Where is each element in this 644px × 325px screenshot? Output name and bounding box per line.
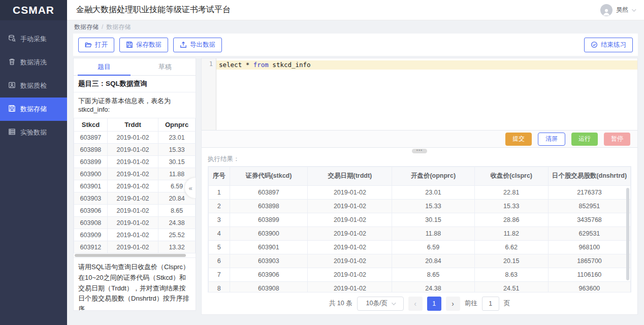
sidebar-item-data-clean[interactable]: 数据清洗 (0, 51, 67, 74)
goto-page-input[interactable] (482, 297, 499, 311)
table-cell: 11.82 (474, 226, 548, 240)
current-page-button[interactable]: 1 (427, 297, 441, 311)
table-cell: 603901 (74, 180, 108, 192)
table-cell: 603912 (74, 241, 108, 253)
prev-page-button[interactable]: ‹ (408, 297, 423, 311)
export-data-button[interactable]: 导出数据 (173, 38, 222, 52)
table-cell: 24.38 (392, 281, 474, 292)
table-cell: 24.51 (474, 281, 548, 292)
check-circle-icon (591, 41, 598, 48)
page-size-select[interactable]: 10条/页 (357, 297, 404, 311)
vertical-scrollbar-thumb[interactable] (626, 188, 629, 280)
column-header: 日个股交易股数(dnshrtrd) (548, 167, 630, 185)
save-icon (126, 41, 133, 48)
sidebar-item-manual-collect[interactable]: 手动采集 (0, 27, 67, 51)
sidebar-item-data-storage[interactable]: 数据存储 (0, 98, 67, 121)
breadcrumb-item[interactable]: 数据存储 (74, 23, 99, 31)
chevron-down-icon (392, 301, 396, 305)
table-row: 6039012019-01-026.59 (74, 180, 196, 192)
table-cell: 15.33 (474, 199, 548, 213)
table-cell: 2019-01-02 (308, 213, 392, 226)
table-cell: 24.38 (158, 217, 196, 229)
table-cell: 11.88 (158, 168, 196, 180)
table-cell: 2176373 (548, 185, 630, 199)
table-cell: 603903 (230, 254, 308, 268)
table-cell: 603898 (74, 144, 108, 156)
editor-code-area[interactable]: select * from stkcd_info (216, 58, 637, 130)
finish-practice-label: 结束练习 (601, 41, 626, 49)
open-button[interactable]: 打开 (78, 38, 114, 52)
pause-button[interactable]: 暂停 (604, 133, 630, 146)
export-data-button-label: 导出数据 (190, 41, 215, 49)
table-cell: 603909 (74, 229, 108, 241)
sidebar-item-label: 实验数据 (20, 128, 47, 137)
user-name: 昊然 (616, 6, 628, 14)
table-row: 66039032019-01-0220.8420.151865700 (209, 254, 631, 268)
column-header: 证券代码(stkcd) (230, 167, 308, 185)
breadcrumb: 数据存储 / 数据存储 (67, 20, 644, 34)
table-cell: 4 (209, 226, 230, 240)
table-row: 86039082019-01-0224.3824.51963600 (209, 281, 631, 292)
page-size-value: 10条/页 (366, 299, 388, 308)
sql-editor[interactable]: 1 select * from stkcd_info (202, 58, 637, 130)
table-cell: 603899 (230, 213, 308, 226)
column-header: 序号 (209, 167, 230, 185)
main-area: 金融大数据处理职业技能等级证书考试平台 昊然 数据存储 / 数据存储 打开 保存… (67, 0, 644, 325)
table-cell: 603906 (230, 268, 308, 281)
sidebar: CSMAR 手动采集 数据清洗 数据质检 数据存储 实验数据 (0, 0, 67, 325)
table-cell: 2019-01-02 (308, 281, 392, 292)
table-cell: 23.01 (158, 132, 196, 144)
trash-icon (8, 58, 16, 67)
drag-handle[interactable]: ••• (412, 149, 427, 153)
table-cell: 23.01 (392, 185, 474, 199)
table-cell: 28.86 (474, 213, 548, 226)
question-title: 题目三：SQL数据查询 (74, 76, 196, 92)
tab-draft[interactable]: 草稿 (135, 58, 196, 75)
sidebar-item-label: 手动采集 (20, 35, 47, 44)
table-cell: 2019-01-02 (107, 180, 158, 192)
table-row: 76039062019-01-028.658.631106160 (209, 268, 631, 281)
scrollbar-thumb[interactable] (75, 254, 186, 257)
table-cell: 603897 (74, 132, 108, 144)
table-row: 6039082019-01-0224.38 (74, 217, 196, 229)
table-cell: 6 (209, 254, 230, 268)
table-cell: 1865700 (548, 254, 630, 268)
active-code-line[interactable]: select * from stkcd_info (216, 60, 637, 70)
tab-question[interactable]: 题目 (74, 58, 135, 75)
table-cell: 2019-01-02 (308, 226, 392, 240)
table-cell: 8 (209, 281, 230, 292)
table-row: 6039062019-01-028.65 (74, 205, 196, 217)
question-table: StkcdTrddtOpnprc 6038972019-01-0223.0160… (74, 118, 196, 253)
table-cell: 2019-01-02 (308, 254, 392, 268)
run-button[interactable]: 运行 (571, 133, 598, 146)
goto-suffix: 页 (504, 299, 510, 308)
instructions-text: 请用SQL语句查询日收盘价（Clsprc）在10~20之间的证券代码（Stkcd… (78, 262, 191, 311)
table-cell: 603899 (74, 156, 108, 168)
chevron-down-icon (632, 7, 636, 11)
save-data-button[interactable]: 保存数据 (119, 38, 168, 52)
table-cell: 629531 (548, 226, 630, 240)
table-cell: 5 (209, 240, 230, 254)
folder-open-icon (85, 41, 92, 48)
table-row: 46039002019-01-0211.8811.82629531 (209, 226, 631, 240)
results-table-container: 序号证券代码(stkcd)交易日期(trddt)开盘价(opnprc)收盘价(c… (208, 166, 631, 293)
table-row: 6038972019-01-0223.01 (74, 132, 196, 144)
sql-text: select * (219, 61, 253, 69)
sidebar-item-data-quality[interactable]: 数据质检 (0, 74, 67, 98)
table-cell: 15.33 (392, 199, 474, 213)
table-cell: 3 (209, 213, 230, 226)
user-menu[interactable]: 昊然 (600, 4, 635, 16)
goto-label: 前往 (465, 299, 477, 308)
table-cell: 2019-01-02 (107, 205, 158, 217)
table-cell: 1106160 (548, 268, 630, 281)
table-cell: 2019-01-02 (308, 199, 392, 213)
clear-screen-button[interactable]: 清屏 (538, 133, 565, 146)
submit-button[interactable]: 提交 (505, 133, 532, 146)
table-row: 6039032019-01-0220.84 (74, 192, 196, 205)
sidebar-item-experiment-data[interactable]: 实验数据 (0, 121, 67, 144)
finish-practice-button[interactable]: 结束练习 (584, 38, 633, 52)
horizontal-scrollbar[interactable] (74, 253, 196, 257)
table-cell: 22.81 (474, 185, 548, 199)
next-page-button[interactable]: › (446, 297, 460, 311)
question-instructions: 请用SQL语句查询日收盘价（Clsprc）在10~20之间的证券代码（Stkcd… (74, 257, 196, 311)
